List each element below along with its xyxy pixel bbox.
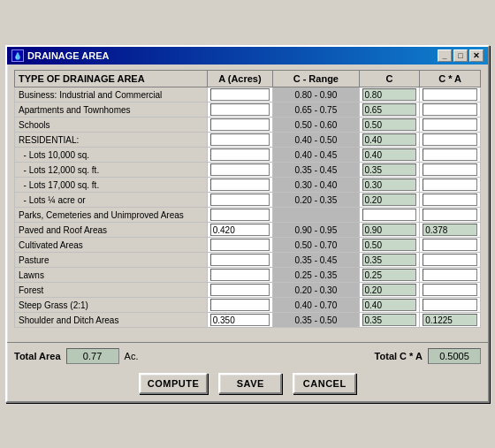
row-c-shoulder[interactable]: [359, 313, 420, 328]
acres-input-lots_quarter[interactable]: [210, 194, 270, 206]
c-input-shoulder[interactable]: [362, 314, 417, 326]
row-ca-parks[interactable]: [420, 208, 481, 223]
row-acres-cultivated[interactable]: [207, 238, 272, 253]
acres-input-pasture[interactable]: [210, 254, 270, 266]
row-ca-residential_header[interactable]: [420, 133, 481, 148]
c-input-paved[interactable]: [362, 224, 417, 236]
acres-input-forest[interactable]: [210, 284, 270, 296]
row-ca-apartments[interactable]: [420, 103, 481, 118]
row-c-parks[interactable]: [359, 208, 420, 223]
row-ca-forest[interactable]: [420, 283, 481, 298]
row-acres-lots_quarter[interactable]: [207, 193, 272, 208]
acres-input-shoulder[interactable]: [210, 314, 270, 326]
c-input-cultivated[interactable]: [362, 239, 417, 251]
maximize-button[interactable]: □: [453, 49, 468, 62]
acres-input-business[interactable]: [210, 88, 270, 101]
row-acres-parks[interactable]: [207, 208, 272, 223]
row-acres-lawns[interactable]: [207, 268, 272, 283]
row-ca-shoulder[interactable]: [420, 313, 481, 328]
c-input-parks[interactable]: [362, 209, 417, 221]
ca-input-parks[interactable]: [423, 209, 477, 221]
ca-input-forest[interactable]: [423, 284, 477, 296]
row-ca-lots_12000[interactable]: [420, 163, 481, 178]
row-ca-business[interactable]: [420, 87, 481, 103]
acres-input-lots_17000[interactable]: [210, 178, 270, 191]
row-ca-steep_grass[interactable]: [420, 298, 481, 313]
acres-input-lawns[interactable]: [210, 269, 270, 281]
total-ca-value[interactable]: [428, 348, 481, 364]
row-c-pasture[interactable]: [359, 253, 420, 268]
acres-input-cultivated[interactable]: [210, 239, 270, 251]
total-area-value[interactable]: [66, 348, 119, 364]
acres-input-parks[interactable]: [210, 209, 270, 221]
row-acres-lots_12000[interactable]: [207, 163, 272, 178]
row-ca-lots_17000[interactable]: [420, 178, 481, 193]
ca-input-lots_10000[interactable]: [423, 148, 477, 161]
row-acres-residential_header[interactable]: [207, 133, 272, 148]
row-acres-steep_grass[interactable]: [207, 298, 272, 313]
row-c-lots_quarter[interactable]: [359, 193, 420, 208]
c-input-steep_grass[interactable]: [362, 299, 417, 311]
c-input-pasture[interactable]: [362, 254, 417, 266]
ca-input-lawns[interactable]: [423, 269, 477, 281]
acres-input-paved[interactable]: [210, 224, 270, 236]
close-button[interactable]: ✕: [469, 49, 484, 62]
row-ca-lawns[interactable]: [420, 268, 481, 283]
row-acres-lots_17000[interactable]: [207, 178, 272, 193]
row-c-schools[interactable]: [359, 118, 420, 133]
acres-input-lots_12000[interactable]: [210, 163, 270, 176]
row-acres-business[interactable]: [207, 87, 272, 103]
c-input-business[interactable]: [362, 88, 417, 101]
minimize-button[interactable]: _: [438, 49, 452, 62]
row-ca-pasture[interactable]: [420, 253, 481, 268]
ca-input-paved[interactable]: [423, 224, 477, 236]
ca-input-residential_header[interactable]: [423, 133, 477, 146]
acres-input-steep_grass[interactable]: [210, 299, 270, 311]
acres-input-apartments[interactable]: [210, 103, 270, 116]
row-c-lots_12000[interactable]: [359, 163, 420, 178]
ca-input-shoulder[interactable]: [423, 314, 477, 326]
row-acres-pasture[interactable]: [207, 253, 272, 268]
c-input-schools[interactable]: [362, 118, 417, 131]
row-c-lots_17000[interactable]: [359, 178, 420, 193]
ca-input-steep_grass[interactable]: [423, 299, 477, 311]
row-c-lots_10000[interactable]: [359, 148, 420, 163]
ca-input-schools[interactable]: [423, 118, 477, 131]
row-c-cultivated[interactable]: [359, 238, 420, 253]
row-ca-cultivated[interactable]: [420, 238, 481, 253]
row-c-business[interactable]: [359, 87, 420, 103]
acres-input-lots_10000[interactable]: [210, 148, 270, 161]
row-c-forest[interactable]: [359, 283, 420, 298]
row-c-apartments[interactable]: [359, 103, 420, 118]
row-ca-lots_10000[interactable]: [420, 148, 481, 163]
c-input-forest[interactable]: [362, 284, 417, 296]
row-acres-apartments[interactable]: [207, 103, 272, 118]
row-c-steep_grass[interactable]: [359, 298, 420, 313]
row-ca-schools[interactable]: [420, 118, 481, 133]
row-c-residential_header[interactable]: [359, 133, 420, 148]
ca-input-pasture[interactable]: [423, 254, 477, 266]
save-button[interactable]: SAVE: [218, 373, 282, 394]
c-input-lots_quarter[interactable]: [362, 194, 417, 206]
cancel-button[interactable]: CANCEL: [293, 373, 356, 394]
c-input-lots_12000[interactable]: [362, 163, 417, 176]
row-ca-lots_quarter[interactable]: [420, 193, 481, 208]
row-acres-schools[interactable]: [207, 118, 272, 133]
ca-input-lots_quarter[interactable]: [423, 194, 477, 206]
row-c-paved[interactable]: [359, 223, 420, 238]
c-input-lots_17000[interactable]: [362, 178, 417, 191]
c-input-lawns[interactable]: [362, 269, 417, 281]
ca-input-lots_17000[interactable]: [423, 178, 477, 191]
compute-button[interactable]: COMPUTE: [139, 373, 209, 394]
row-c-lawns[interactable]: [359, 268, 420, 283]
row-ca-paved[interactable]: [420, 223, 481, 238]
row-acres-forest[interactable]: [207, 283, 272, 298]
c-input-residential_header[interactable]: [362, 133, 417, 146]
ca-input-business[interactable]: [423, 88, 477, 101]
row-acres-shoulder[interactable]: [207, 313, 272, 328]
acres-input-schools[interactable]: [210, 118, 270, 131]
c-input-apartments[interactable]: [362, 103, 417, 116]
c-input-lots_10000[interactable]: [362, 148, 417, 161]
ca-input-cultivated[interactable]: [423, 239, 477, 251]
ca-input-lots_12000[interactable]: [423, 163, 477, 176]
